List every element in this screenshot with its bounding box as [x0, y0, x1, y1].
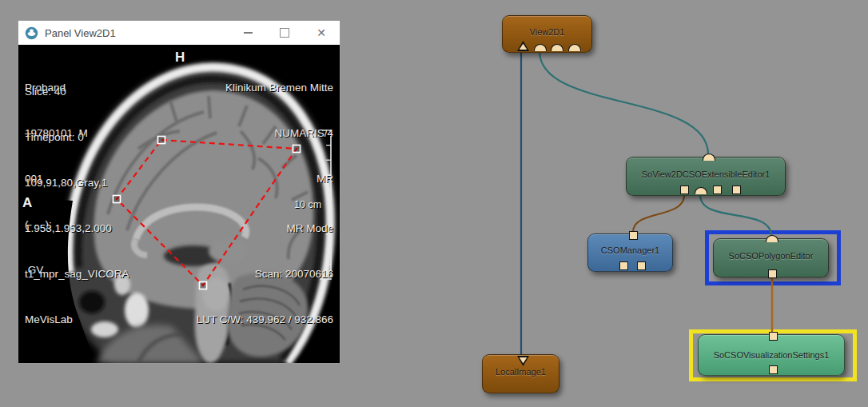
node-soview2dcsoextensibleeditor1[interactable]: SoView2DCSOExtensibleEditor1: [626, 157, 786, 196]
scan-date: Scan: 20070616: [197, 266, 333, 281]
minimize-button[interactable]: [229, 21, 266, 45]
mode-info: MR Mode: [197, 221, 333, 236]
node-label: CSOManager1: [601, 245, 659, 260]
output-connector[interactable]: [517, 356, 529, 366]
node-socsopolygoneditor[interactable]: SoCSOPolygonEditor: [713, 238, 829, 277]
node-label: LocalImage1: [496, 367, 546, 381]
voxel-position: 109,91,80,Gray,1: [25, 175, 129, 190]
input-connector[interactable]: [713, 186, 722, 194]
node-csomanager1[interactable]: CSOManager1: [587, 233, 673, 272]
node-label: SoCSOVisualizationSettings1: [714, 350, 830, 360]
input-connector[interactable]: [732, 186, 741, 194]
voxel-size: 1.953,1.953,2.000: [25, 221, 129, 236]
close-icon: ✕: [317, 27, 326, 38]
input-connector[interactable]: [769, 365, 778, 374]
window-title: Panel View2D1: [45, 27, 116, 39]
institution: Klinikum Bremen Mitte: [225, 80, 333, 95]
panel-window: Panel View2D1 ✕: [18, 20, 340, 364]
output-connector[interactable]: [769, 332, 778, 341]
minimize-icon: [244, 32, 253, 34]
lut-info: LUT C/W: 439.962 / 932.866: [197, 312, 333, 327]
ruler-label: 10 cm: [294, 199, 321, 210]
overlay-bottom-right: MR Mode Scan: 20070616 LUT C/W: 439.962 …: [197, 190, 333, 357]
close-button[interactable]: ✕: [303, 21, 340, 45]
input-connector[interactable]: [517, 41, 529, 51]
input-connector[interactable]: [637, 261, 646, 270]
output-connector[interactable]: [629, 231, 638, 240]
node-localimage1[interactable]: LocalImage1: [482, 354, 559, 393]
input-connector[interactable]: [768, 269, 777, 278]
input-connector[interactable]: [551, 44, 563, 51]
modality: MR: [225, 171, 333, 186]
timepoint-info: Timepoint: 0: [25, 130, 129, 145]
sequence-name: t1_mpr_sag_VICORA: [25, 266, 129, 281]
input-connector[interactable]: [695, 187, 707, 194]
node-socsovisualizationsettings1[interactable]: SoCSOVisualizationSettings1: [698, 334, 845, 376]
input-connector[interactable]: [680, 186, 689, 194]
input-connector[interactable]: [534, 44, 547, 51]
input-connector[interactable]: [619, 261, 628, 270]
connection-exteditor-csomanager[interactable]: [633, 195, 684, 232]
input-connector[interactable]: [568, 44, 581, 51]
contour-handle[interactable]: [158, 137, 165, 144]
maximize-icon: [280, 28, 289, 38]
node-label: SoView2DCSOExtensibleEditor1: [642, 170, 770, 184]
output-connector[interactable]: [703, 154, 715, 161]
mevislab-logo-icon: [25, 26, 38, 40]
node-label: SoCSOPolygonEditor: [729, 251, 814, 265]
software-version: NUMARIS/4: [225, 126, 333, 141]
orientation-marker-a: A: [22, 195, 32, 211]
title-bar[interactable]: Panel View2D1 ✕: [18, 21, 340, 45]
orientation-marker-h: H: [175, 50, 185, 66]
slice-info: Slice: 40: [25, 84, 129, 99]
maximize-button[interactable]: [266, 21, 303, 45]
node-label: View2D1: [530, 27, 565, 42]
output-connector[interactable]: [766, 235, 778, 242]
overlay-bottom-left: Slice: 40 Timepoint: 0 109,91,80,Gray,1 …: [25, 54, 129, 357]
app-label: MeVisLab: [25, 312, 129, 327]
mri-viewer[interactable]: Proband 19780101 M 001 (- - -): GV Klini…: [18, 45, 340, 363]
connection-view2d1-exteditor[interactable]: [540, 51, 708, 154]
node-view2d1[interactable]: View2D1: [502, 15, 592, 53]
